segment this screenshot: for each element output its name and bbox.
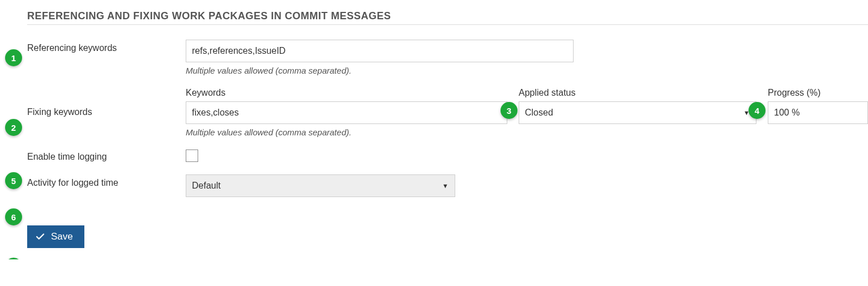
fixing-keywords-input[interactable]: [186, 101, 507, 124]
activity-select[interactable]: Default: [186, 174, 455, 197]
fixing-keywords-label: Fixing keywords: [27, 88, 186, 117]
callout-badge-1: 1: [5, 49, 22, 66]
callout-badge-4: 4: [749, 102, 766, 119]
callout-badge-3: 3: [501, 102, 518, 119]
referencing-keywords-input[interactable]: [186, 40, 574, 62]
section-title: REFERENCING AND FIXING WORK PACKAGES IN …: [27, 10, 868, 22]
fixing-keywords-hint: Multiple values allowed (comma separated…: [186, 127, 507, 137]
referencing-keywords-hint: Multiple values allowed (comma separated…: [186, 66, 868, 75]
section-divider: [27, 24, 868, 25]
activity-label: Activity for logged time: [27, 174, 186, 188]
enable-time-logging-checkbox[interactable]: [186, 150, 198, 162]
callout-badge-5: 5: [5, 172, 22, 189]
keywords-sublabel: Keywords: [186, 88, 507, 98]
callout-badge-6: 6: [5, 208, 22, 225]
applied-status-label: Applied status: [519, 88, 756, 98]
callout-badge-2: 2: [5, 119, 22, 136]
save-button-label: Save: [51, 231, 73, 242]
referencing-keywords-label: Referencing keywords: [27, 40, 186, 53]
applied-status-select[interactable]: Closed: [519, 101, 756, 124]
progress-label: Progress (%): [768, 88, 868, 98]
save-button[interactable]: Save: [27, 225, 84, 248]
progress-input[interactable]: [768, 101, 868, 124]
check-icon: [35, 232, 45, 242]
enable-time-logging-label: Enable time logging: [27, 152, 186, 162]
